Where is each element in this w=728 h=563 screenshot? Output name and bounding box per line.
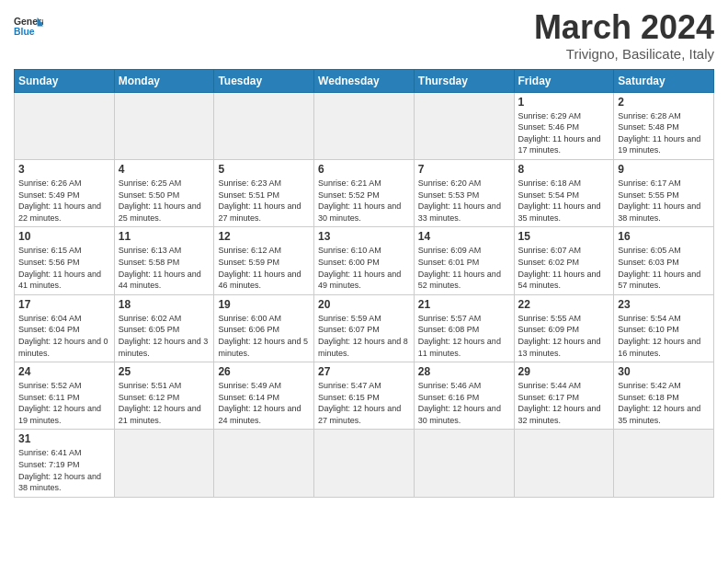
- day-2: 2 Sunrise: 6:28 AM Sunset: 5:48 PM Dayli…: [614, 92, 714, 159]
- empty-cell: [314, 430, 415, 497]
- day-22: 22 Sunrise: 5:55 AMSunset: 6:09 PMDaylig…: [514, 294, 614, 362]
- header-friday: Friday: [514, 69, 614, 92]
- day-10: 10 Sunrise: 6:15 AMSunset: 5:56 PMDaylig…: [15, 227, 115, 294]
- day-3: 3 Sunrise: 6:26 AMSunset: 5:49 PMDayligh…: [15, 159, 115, 226]
- week-row-1: 1 Sunrise: 6:29 AM Sunset: 5:46 PM Dayli…: [15, 92, 714, 159]
- empty-cell: [314, 92, 415, 159]
- empty-cell: [15, 92, 115, 159]
- header-saturday: Saturday: [614, 69, 714, 92]
- day-21: 21 Sunrise: 5:57 AMSunset: 6:08 PMDaylig…: [414, 294, 514, 362]
- day-6: 6 Sunrise: 6:21 AMSunset: 5:52 PMDayligh…: [314, 159, 415, 226]
- week-row-5: 24 Sunrise: 5:52 AMSunset: 6:11 PMDaylig…: [15, 362, 714, 430]
- day-1-sunrise: Sunrise: 6:29 AM: [518, 111, 582, 121]
- day-19: 19 Sunrise: 6:00 AMSunset: 6:06 PMDaylig…: [214, 294, 314, 362]
- day-26: 26 Sunrise: 5:49 AMSunset: 6:14 PMDaylig…: [214, 362, 314, 430]
- header-tuesday: Tuesday: [214, 69, 314, 92]
- week-row-3: 10 Sunrise: 6:15 AMSunset: 5:56 PMDaylig…: [15, 227, 714, 294]
- page: General Blue March 2024 Trivigno, Basili…: [0, 0, 728, 563]
- title-area: March 2024 Trivigno, Basilicate, Italy: [534, 9, 714, 62]
- empty-cell: [614, 430, 714, 497]
- week-row-6: 31 Sunrise: 6:41 AMSunset: 7:19 PMDaylig…: [15, 430, 714, 497]
- day-27: 27 Sunrise: 5:47 AMSunset: 6:15 PMDaylig…: [314, 362, 415, 430]
- week-row-4: 17 Sunrise: 6:04 AMSunset: 6:04 PMDaylig…: [15, 294, 714, 362]
- day-8: 8 Sunrise: 6:18 AMSunset: 5:54 PMDayligh…: [514, 159, 614, 226]
- header-sunday: Sunday: [15, 69, 115, 92]
- day-5: 5 Sunrise: 6:23 AMSunset: 5:51 PMDayligh…: [214, 159, 314, 226]
- day-29: 29 Sunrise: 5:44 AMSunset: 6:17 PMDaylig…: [514, 362, 614, 430]
- header-thursday: Thursday: [414, 69, 514, 92]
- weekday-header-row: Sunday Monday Tuesday Wednesday Thursday…: [15, 69, 714, 92]
- empty-cell: [514, 430, 614, 497]
- day-24: 24 Sunrise: 5:52 AMSunset: 6:11 PMDaylig…: [15, 362, 115, 430]
- day-1: 1 Sunrise: 6:29 AM Sunset: 5:46 PM Dayli…: [514, 92, 614, 159]
- day-1-sunset: Sunset: 5:46 PM: [518, 122, 580, 132]
- day-25: 25 Sunrise: 5:51 AMSunset: 6:12 PMDaylig…: [114, 362, 214, 430]
- day-30: 30 Sunrise: 5:42 AMSunset: 6:18 PMDaylig…: [614, 362, 714, 430]
- day-15: 15 Sunrise: 6:07 AMSunset: 6:02 PMDaylig…: [514, 227, 614, 294]
- day-31: 31 Sunrise: 6:41 AMSunset: 7:19 PMDaylig…: [15, 430, 115, 497]
- day-12: 12 Sunrise: 6:12 AMSunset: 5:59 PMDaylig…: [214, 227, 314, 294]
- logo: General Blue: [14, 13, 43, 42]
- empty-cell: [214, 92, 314, 159]
- empty-cell: [414, 430, 514, 497]
- location-subtitle: Trivigno, Basilicate, Italy: [534, 46, 714, 62]
- header-area: General Blue March 2024 Trivigno, Basili…: [14, 9, 714, 62]
- empty-cell: [214, 430, 314, 497]
- day-14: 14 Sunrise: 6:09 AMSunset: 6:01 PMDaylig…: [414, 227, 514, 294]
- day-4: 4 Sunrise: 6:25 AMSunset: 5:50 PMDayligh…: [114, 159, 214, 226]
- week-row-2: 3 Sunrise: 6:26 AMSunset: 5:49 PMDayligh…: [15, 159, 714, 226]
- day-18: 18 Sunrise: 6:02 AMSunset: 6:05 PMDaylig…: [114, 294, 214, 362]
- header-monday: Monday: [114, 69, 214, 92]
- day-11: 11 Sunrise: 6:13 AMSunset: 5:58 PMDaylig…: [114, 227, 214, 294]
- day-28: 28 Sunrise: 5:46 AMSunset: 6:16 PMDaylig…: [414, 362, 514, 430]
- empty-cell: [114, 430, 214, 497]
- empty-cell: [114, 92, 214, 159]
- header-wednesday: Wednesday: [314, 69, 415, 92]
- logo-icon: General Blue: [14, 13, 43, 42]
- day-17: 17 Sunrise: 6:04 AMSunset: 6:04 PMDaylig…: [15, 294, 115, 362]
- day-1-daylight: Daylight: 11 hours and 17 minutes.: [518, 134, 601, 155]
- day-13: 13 Sunrise: 6:10 AMSunset: 6:00 PMDaylig…: [314, 227, 415, 294]
- day-7: 7 Sunrise: 6:20 AMSunset: 5:53 PMDayligh…: [414, 159, 514, 226]
- month-title: March 2024: [534, 9, 714, 46]
- day-9: 9 Sunrise: 6:17 AMSunset: 5:55 PMDayligh…: [614, 159, 714, 226]
- svg-text:Blue: Blue: [14, 27, 35, 37]
- day-20: 20 Sunrise: 5:59 AMSunset: 6:07 PMDaylig…: [314, 294, 415, 362]
- calendar: Sunday Monday Tuesday Wednesday Thursday…: [14, 69, 714, 498]
- day-16: 16 Sunrise: 6:05 AMSunset: 6:03 PMDaylig…: [614, 227, 714, 294]
- empty-cell: [414, 92, 514, 159]
- day-23: 23 Sunrise: 5:54 AMSunset: 6:10 PMDaylig…: [614, 294, 714, 362]
